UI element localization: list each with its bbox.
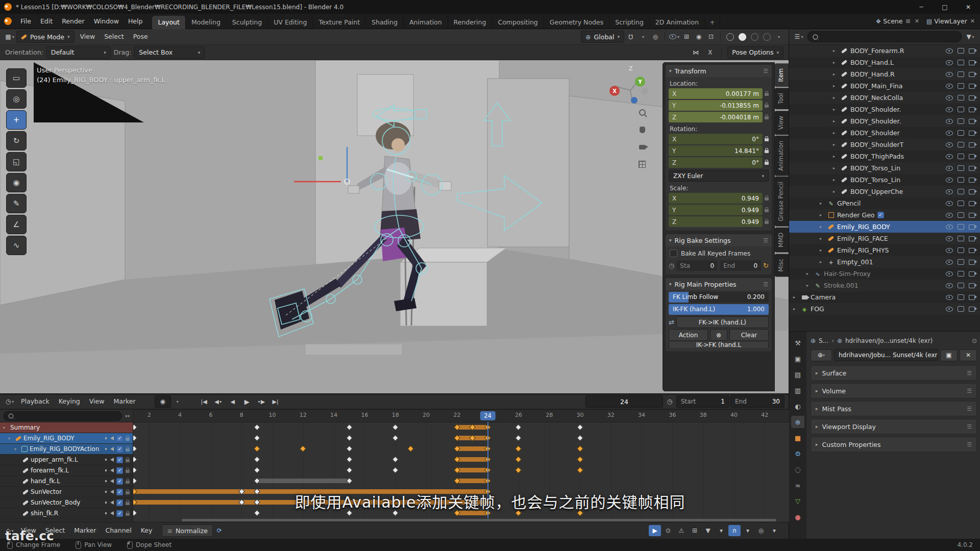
properties-tab-modifiers[interactable]: ⚙	[791, 447, 804, 460]
normalize-button[interactable]: ≡Normalize	[162, 524, 212, 537]
npanel-tab-item[interactable]: Item	[775, 63, 789, 87]
snap-arrow-icon[interactable]: ▾	[742, 525, 754, 536]
next-key-button[interactable]: •▶	[255, 396, 268, 407]
prop-arrow-icon[interactable]: ▾	[768, 525, 780, 536]
expand-icon[interactable]: ▸	[833, 72, 838, 77]
expand-icon[interactable]: ▸	[820, 236, 825, 241]
hide-icon[interactable]	[946, 271, 953, 277]
warning-icon[interactable]: ⚠	[675, 525, 688, 536]
timeline-menu-view[interactable]: View	[85, 396, 109, 407]
gizmo-minus-axis[interactable]	[641, 88, 648, 95]
camera-view-icon[interactable]	[637, 142, 647, 152]
expand-icon[interactable]: ▸	[833, 107, 838, 112]
outliner-item-emily-rig-body[interactable]: ▸Emily_RIG_BODY	[789, 221, 980, 233]
disable-viewport-icon[interactable]	[958, 118, 964, 124]
outliner-item-body-forearm-r[interactable]: ▸BODY_Forearm.R	[789, 45, 980, 57]
timeline-menu-keying[interactable]: Keying	[54, 396, 85, 407]
lock-icon[interactable]	[126, 481, 130, 484]
enable-checkbox[interactable]: ✓	[116, 467, 123, 474]
channel-upper-arm-fk-l[interactable]: upper_arm_fk.L✓	[0, 455, 133, 465]
drag-dropdown[interactable]: Select Box▾	[134, 46, 205, 59]
properties-tab-world[interactable]: ⊕	[791, 416, 804, 428]
channel-summary[interactable]: ▾Summary	[0, 422, 133, 433]
clear-action-icon[interactable]: ⊗	[710, 329, 727, 341]
world-name-field[interactable]: hdrihaven/Jobu... Sunset/4k (exr)	[834, 349, 938, 361]
hide-icon[interactable]	[946, 283, 953, 288]
refresh-icon[interactable]: ↻	[763, 262, 769, 269]
outliner-item-body-torso-lin[interactable]: ▸BODY_Torso_Lin	[789, 162, 980, 174]
outliner-item-hair-sim-proxy[interactable]: ▸Hair-Sim-Proxy	[789, 268, 980, 280]
disable-render-icon[interactable]	[969, 119, 975, 124]
disable-viewport-icon[interactable]	[958, 83, 964, 89]
viewport-menu-view[interactable]: View	[76, 31, 100, 42]
rotation-mode-dropdown[interactable]: ZXY Euler▾	[669, 170, 769, 182]
panel-menu-icon[interactable]: ☰	[763, 68, 768, 74]
slider-fk-limb-follow[interactable]: FK Limb Follow0.200	[669, 292, 769, 303]
disable-viewport-icon[interactable]	[958, 71, 964, 77]
keyframe[interactable]	[254, 424, 260, 431]
tool-measure[interactable]: ∠	[6, 215, 27, 234]
expand-icon[interactable]: ▾	[14, 447, 19, 452]
workspace-tab-modeling[interactable]: Modeling	[186, 16, 227, 29]
outliner-item-fog[interactable]: ▸FOG	[789, 303, 980, 315]
transform-panel-header[interactable]: ▾ Transform ☰	[666, 65, 772, 77]
timeline-menu-marker[interactable]: Marker	[109, 396, 140, 407]
hide-icon[interactable]	[946, 142, 953, 147]
breadcrumb-scene[interactable]: S...	[819, 337, 828, 344]
preview-range-clock-icon[interactable]: ◷	[664, 396, 675, 407]
properties-tab-render[interactable]: ▣	[791, 353, 804, 365]
keyframe[interactable]	[254, 445, 260, 452]
ik-to-fk-button[interactable]: IK->FK (hand.L	[669, 342, 769, 348]
lock-icon[interactable]	[765, 116, 769, 119]
disable-render-icon[interactable]	[969, 236, 975, 241]
hide-icon[interactable]	[946, 213, 953, 218]
expand-icon[interactable]: ▸	[820, 224, 825, 229]
shading-rendered-icon[interactable]	[761, 31, 772, 42]
disable-render-icon[interactable]	[969, 72, 975, 77]
enable-checkbox[interactable]: ✓	[116, 446, 123, 453]
hide-icon[interactable]	[946, 48, 953, 54]
outliner-item-body-torso-lin[interactable]: ▸BODY_Torso_Lin	[789, 174, 980, 186]
disable-viewport-icon[interactable]	[958, 154, 964, 159]
expand-icon[interactable]: ▸	[833, 60, 838, 65]
lock-icon[interactable]	[765, 197, 769, 201]
timeline-editor-icon[interactable]: ◷▾	[4, 396, 15, 407]
filter-arrow-icon[interactable]: ▾	[715, 525, 727, 536]
frame-start-field[interactable]: Start1	[676, 395, 729, 408]
proportional-icon[interactable]: ◎	[755, 525, 767, 536]
hide-icon[interactable]	[946, 178, 953, 183]
disable-render-icon[interactable]	[969, 154, 975, 159]
transform-field-y[interactable]: Y14.841°	[669, 145, 763, 156]
navigation-gizmo[interactable]: X Y Z	[608, 69, 652, 112]
pose-options-dropdown[interactable]: Pose Options▾	[727, 46, 783, 59]
outliner-item-body-hand-l[interactable]: ▸BODY_Hand.L	[789, 57, 980, 68]
hide-icon[interactable]	[946, 95, 953, 101]
disable-viewport-icon[interactable]	[958, 212, 964, 218]
outliner-item-body-thighpads[interactable]: ▸BODY_ThighPads	[789, 151, 980, 162]
lock-icon[interactable]	[765, 150, 769, 153]
lock-icon[interactable]	[126, 513, 130, 516]
tool-transform[interactable]: ◉	[6, 173, 27, 192]
expand-icon[interactable]: ▾	[8, 436, 13, 441]
lock-icon[interactable]	[765, 138, 769, 141]
disable-render-icon[interactable]	[969, 201, 975, 206]
expand-icon[interactable]: ▸	[793, 307, 798, 311]
lock-icon[interactable]	[126, 459, 130, 462]
props-section-viewport-display[interactable]: ▸Viewport Display☰	[811, 419, 977, 434]
keyframe[interactable]	[516, 456, 522, 463]
workspace-tab-scripting[interactable]: Scripting	[609, 16, 650, 29]
tool-move[interactable]: +	[6, 110, 27, 130]
mirror-icon[interactable]: ⋈	[690, 47, 701, 58]
enable-checkbox[interactable]: ✓	[116, 435, 123, 442]
outliner-item-body-shoulder[interactable]: ▸BODY_Shoulder	[789, 127, 980, 139]
bake-all-checkbox[interactable]	[670, 249, 677, 257]
copy-icon[interactable]: ⊞	[689, 525, 701, 536]
pin-icon[interactable]: ⊙	[972, 337, 977, 344]
enable-checkbox[interactable]: ✓	[116, 478, 123, 485]
snap-icon[interactable]: ∩	[728, 525, 741, 536]
filter-funnel-icon[interactable]: ▼	[702, 525, 714, 536]
visibility-icon[interactable]: ▾	[669, 31, 680, 42]
disable-render-icon[interactable]	[969, 84, 975, 89]
disable-viewport-icon[interactable]	[958, 165, 964, 171]
lock-icon[interactable]	[765, 105, 769, 108]
